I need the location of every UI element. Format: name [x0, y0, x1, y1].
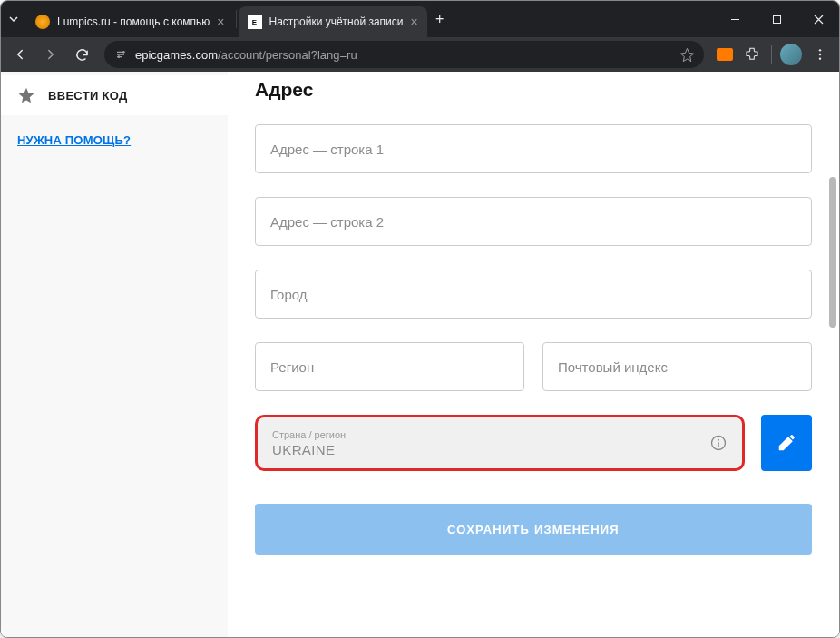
sidebar: ВВЕСТИ КОД НУЖНА ПОМОЩЬ? [1, 72, 228, 637]
country-region-field[interactable]: Страна / регион UKRAINE [255, 415, 745, 471]
close-window-button[interactable] [797, 1, 839, 37]
toolbar: epicgames.com/account/personal?lang=ru [1, 37, 839, 72]
section-title: Адрес [255, 79, 812, 101]
svg-point-7 [718, 439, 719, 441]
tab-lumpics[interactable]: Lumpics.ru - помощь с компью × [26, 6, 234, 37]
back-button[interactable] [6, 41, 34, 68]
svg-point-2 [118, 55, 121, 58]
favicon-lumpics [35, 15, 50, 29]
extension-icon[interactable] [713, 43, 737, 66]
tab-search-button[interactable] [1, 1, 26, 37]
svg-point-5 [819, 57, 821, 59]
url-text: epicgames.com/account/personal?lang=ru [135, 48, 672, 62]
profile-avatar[interactable] [779, 43, 803, 66]
info-icon[interactable] [709, 434, 728, 452]
svg-point-4 [819, 54, 821, 55]
reload-button[interactable] [68, 41, 95, 68]
postal-code-input[interactable]: Почтовый индекс [542, 342, 812, 391]
forward-button[interactable] [37, 41, 64, 68]
new-tab-button[interactable]: + [427, 1, 453, 37]
minimize-button[interactable] [714, 1, 756, 37]
edit-country-button[interactable] [761, 415, 812, 471]
svg-rect-0 [773, 15, 780, 23]
address-line1-input[interactable]: Адрес — строка 1 [255, 124, 812, 173]
browser-window: Lumpics.ru - помощь с компью × E Настрой… [0, 0, 840, 638]
page-content: ВВЕСТИ КОД НУЖНА ПОМОЩЬ? Адрес Адрес — с… [1, 72, 839, 637]
address-line2-input[interactable]: Адрес — строка 2 [255, 197, 812, 246]
sidebar-item-label: ВВЕСТИ КОД [48, 89, 128, 103]
tab-epic-settings[interactable]: E Настройки учётной записи × [239, 6, 427, 37]
country-value: UKRAINE [272, 442, 728, 457]
site-settings-icon[interactable] [113, 47, 128, 62]
region-input[interactable]: Регион [255, 342, 524, 391]
close-icon[interactable]: × [411, 15, 418, 29]
sidebar-item-enter-code[interactable]: ВВЕСТИ КОД [1, 75, 228, 115]
star-icon [17, 86, 35, 104]
scrollbar-thumb[interactable] [829, 177, 836, 328]
close-icon[interactable]: × [217, 15, 224, 29]
address-bar[interactable]: epicgames.com/account/personal?lang=ru [104, 41, 704, 68]
svg-point-3 [819, 49, 821, 51]
star-icon[interactable] [679, 47, 695, 63]
svg-point-1 [122, 51, 125, 54]
main-panel: Адрес Адрес — строка 1 Адрес — строка 2 … [228, 72, 839, 637]
titlebar: Lumpics.ru - помощь с компью × E Настрой… [1, 1, 839, 37]
favicon-epic: E [248, 15, 262, 29]
window-controls [714, 1, 839, 37]
save-changes-button[interactable]: СОХРАНИТЬ ИЗМЕНЕНИЯ [255, 504, 812, 555]
city-input[interactable]: Город [255, 270, 812, 319]
menu-button[interactable] [806, 41, 834, 68]
tab-title: Настройки учётной записи [269, 15, 404, 28]
extensions-button[interactable] [740, 43, 764, 66]
tab-title: Lumpics.ru - помощь с компью [57, 15, 210, 28]
country-label: Страна / регион [272, 429, 728, 440]
maximize-button[interactable] [756, 1, 797, 37]
help-link[interactable]: НУЖНА ПОМОЩЬ? [1, 115, 228, 164]
